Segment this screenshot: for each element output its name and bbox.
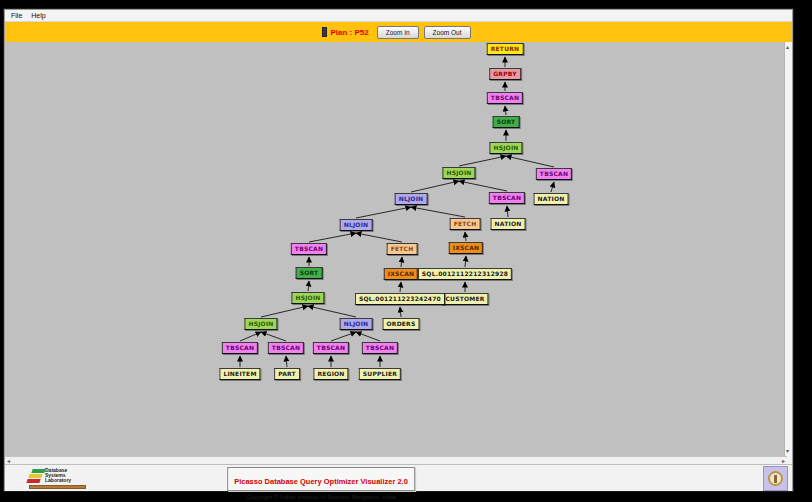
app-window: File Help Plan : P52 Zoom In Zoom Out RE…	[4, 9, 793, 491]
plan-node-tbscan[interactable]: TBSCAN	[268, 342, 304, 354]
plan-edge	[506, 156, 554, 167]
plan-node-ixscan[interactable]: IXSCAN	[384, 268, 418, 280]
plan-node-tbscan[interactable]: TBSCAN	[536, 168, 572, 180]
horizontal-scrollbar[interactable]: ◂ ▸	[5, 456, 787, 464]
plan-node-return[interactable]: RETURN	[487, 43, 524, 55]
plan-edge	[411, 207, 465, 217]
plan-node-fetch[interactable]: FETCH	[387, 243, 418, 255]
plan-edge	[411, 181, 459, 192]
plan-node-fetch[interactable]: FETCH	[450, 218, 481, 230]
zoom-in-button[interactable]: Zoom In	[377, 26, 419, 39]
plan-node-orders[interactable]: ORDERS	[383, 318, 420, 330]
plan-node-sort[interactable]: SORT	[493, 116, 520, 128]
menu-file[interactable]: File	[11, 10, 22, 22]
plan-edge	[261, 306, 308, 317]
plan-node-nation[interactable]: NATION	[534, 193, 569, 205]
plan-node-supplier[interactable]: SUPPLIER	[359, 368, 401, 380]
plan-node-hsjoin[interactable]: HSJOIN	[489, 142, 522, 154]
plan-label: Plan : P52	[331, 28, 369, 37]
toolbar: Plan : P52 Zoom In Zoom Out	[5, 22, 792, 42]
plan-edge	[459, 156, 506, 166]
plan-node-tbscan[interactable]: TBSCAN	[222, 342, 258, 354]
plan-node-lineitem[interactable]: LINEITEM	[219, 368, 260, 380]
plan-edge	[331, 332, 356, 341]
plan-edge	[309, 233, 356, 242]
plan-edge	[400, 282, 401, 292]
plan-node-tbscan[interactable]: TBSCAN	[313, 342, 349, 354]
plan-node-hsjoin[interactable]: HSJOIN	[244, 318, 277, 330]
plan-edge	[551, 182, 554, 192]
plan-node-part[interactable]: PART	[274, 368, 300, 380]
plan-color-chip-icon	[322, 27, 327, 37]
app-title-box: Picasso Database Query Optimizer Visuali…	[227, 467, 415, 491]
iisc-logo-icon	[763, 466, 788, 491]
plan-edge	[286, 356, 287, 367]
plan-edge	[356, 233, 402, 242]
dsl-logo-blocks-icon	[29, 469, 42, 484]
plan-edge	[356, 332, 380, 341]
plan-edge	[400, 307, 401, 317]
scroll-up-icon[interactable]: ▴	[786, 44, 789, 50]
plan-node-nljoin[interactable]: NLJOIN	[395, 193, 428, 205]
footer: Database Systems Laboratory Picasso Data…	[5, 464, 792, 491]
plan-edge	[459, 181, 507, 191]
scroll-down-icon[interactable]: ▾	[786, 448, 789, 454]
plan-node-customer[interactable]: CUSTOMER	[441, 293, 488, 305]
plan-node-ixscan[interactable]: IXSCAN	[449, 242, 483, 254]
plan-edge	[308, 306, 356, 317]
plan-edge	[240, 332, 261, 341]
plan-node-grpby[interactable]: GRPBY	[489, 68, 521, 80]
plan-node-nation[interactable]: NATION	[491, 218, 526, 230]
plan-node-tbscan[interactable]: TBSCAN	[362, 342, 398, 354]
plan-edge	[308, 281, 309, 291]
plan-node-tbscan[interactable]: TBSCAN	[291, 243, 327, 255]
plan-edge	[465, 256, 466, 267]
plan-canvas[interactable]: RETURNGRPBYTBSCANSORTHSJOINHSJOINTBSCANN…	[5, 42, 787, 456]
plan-node-sort[interactable]: SORT	[296, 267, 323, 279]
plan-edge	[356, 207, 411, 218]
zoom-out-button[interactable]: Zoom Out	[424, 26, 471, 39]
plan-edge	[505, 106, 506, 115]
app-title: Picasso Database Query Optimizer Visuali…	[234, 477, 408, 486]
vertical-scrollbar[interactable]: ▴ ▾	[784, 42, 792, 456]
plan-node-region[interactable]: REGION	[313, 368, 348, 380]
plan-node-hsjoin[interactable]: HSJOIN	[291, 292, 324, 304]
plan-edge	[465, 232, 466, 241]
menu-help[interactable]: Help	[31, 10, 45, 22]
credit-block: Picasso Database Query Optimizer Visuali…	[227, 467, 415, 500]
plan-node-sql-0012112212312928[interactable]: SQL.0012112212312928	[418, 268, 512, 280]
copyright-text: Copyright © Indian Institute of Science,…	[227, 494, 415, 500]
plan-edge	[261, 332, 286, 341]
plan-node-nljoin[interactable]: NLJOIN	[340, 318, 373, 330]
plan-node-tbscan[interactable]: TBSCAN	[487, 92, 523, 104]
menu-bar: File Help	[5, 10, 792, 22]
dsl-logo-banner	[29, 485, 86, 489]
plan-node-tbscan[interactable]: TBSCAN	[489, 192, 525, 204]
plan-node-hsjoin[interactable]: HSJOIN	[442, 167, 475, 179]
plan-node-nljoin[interactable]: NLJOIN	[340, 219, 373, 231]
plan-node-sql-001211223242470[interactable]: SQL.001211223242470	[355, 293, 445, 305]
plan-edge	[401, 257, 402, 267]
plan-edge	[507, 206, 508, 217]
dsl-logo-line3: Laboratory	[45, 478, 71, 483]
dsl-logo: Database Systems Laboratory	[29, 468, 86, 489]
